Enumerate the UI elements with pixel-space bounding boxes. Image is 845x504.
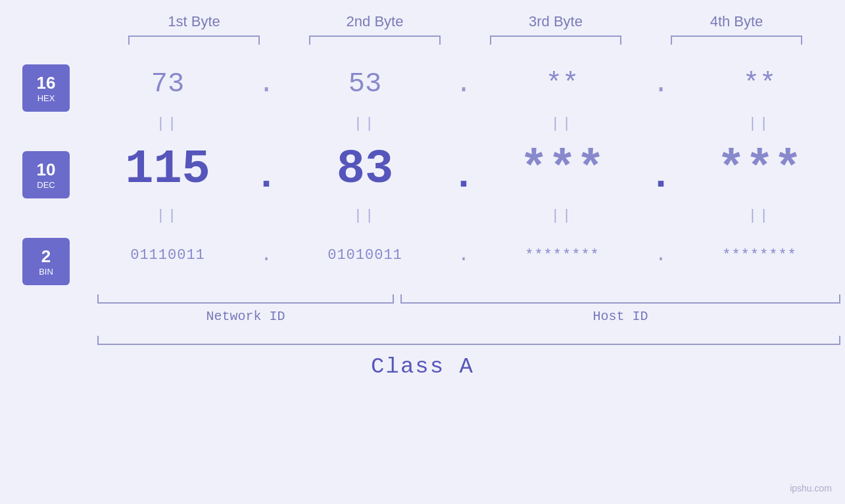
sep-row-1: || || || || [92, 110, 835, 137]
hex-dot-1: . [253, 68, 279, 100]
sep-1-byte3: || [496, 116, 628, 132]
bin-byte1: 01110011 [102, 247, 233, 263]
dec-dot-3: . [648, 143, 674, 196]
watermark: ipshu.com [790, 483, 832, 493]
hex-dot-3: . [648, 68, 674, 100]
bracket-1 [128, 35, 260, 45]
top-brackets [104, 35, 827, 45]
class-label: Class A [371, 354, 474, 379]
big-bottom-bracket [97, 336, 840, 345]
sep-2-byte3: || [496, 208, 628, 224]
hex-byte3: ** [496, 68, 628, 100]
network-bracket [97, 294, 395, 304]
labels-row: Network ID Host ID [97, 309, 840, 324]
sep-1-byte2: || [299, 116, 431, 132]
bin-badge: 2 BIN [22, 238, 70, 285]
hex-badge-label: HEX [37, 93, 55, 103]
grid-area: 16 HEX 10 DEC 2 BIN 73 . 53 . ** . ** [0, 58, 845, 292]
dec-byte2: 83 [299, 143, 431, 196]
bracket-3 [490, 35, 621, 45]
bracket-2 [309, 35, 441, 45]
dec-dot-1: . [253, 143, 279, 196]
hex-byte2: 53 [299, 68, 431, 100]
dec-byte3: *** [496, 143, 628, 196]
sep-2-byte4: || [694, 208, 825, 224]
col-header-2: 2nd Byte [309, 13, 441, 30]
sep-1-byte4: || [694, 116, 825, 132]
host-bracket [400, 294, 840, 304]
sep-1-byte1: || [102, 116, 233, 132]
dec-badge-label: DEC [37, 180, 55, 190]
dec-row: 115 . 83 . *** . *** [92, 137, 835, 202]
hex-badge: 16 HEX [22, 64, 70, 112]
main-container: 1st Byte 2nd Byte 3rd Byte 4th Byte 16 H… [0, 0, 845, 504]
hex-badge-number: 16 [37, 73, 56, 93]
dec-byte4: *** [694, 143, 825, 196]
dec-badge-number: 10 [37, 160, 56, 180]
col-header-1: 1st Byte [128, 13, 260, 30]
col-header-3: 3rd Byte [490, 13, 621, 30]
badges-column: 16 HEX 10 DEC 2 BIN [0, 58, 92, 292]
bin-row: 01110011 . 01010011 . ******** . *******… [92, 229, 835, 281]
bin-byte3: ******** [496, 247, 628, 263]
bin-dot-3: . [648, 244, 674, 266]
sep-row-2: || || || || [92, 202, 835, 229]
bin-byte2: 01010011 [299, 247, 431, 263]
bracket-4 [671, 35, 802, 45]
bin-byte4: ******** [694, 247, 825, 263]
col-header-4: 4th Byte [671, 13, 802, 30]
dec-byte1: 115 [102, 143, 233, 196]
host-id-label: Host ID [400, 309, 840, 324]
bin-dot-1: . [253, 244, 279, 266]
data-rows: 73 . 53 . ** . ** || || || || 115 [92, 58, 845, 292]
hex-row: 73 . 53 . ** . ** [92, 58, 835, 110]
dec-dot-2: . [450, 143, 477, 196]
bin-badge-number: 2 [41, 246, 51, 267]
hex-dot-2: . [450, 68, 477, 100]
bin-dot-2: . [450, 244, 477, 266]
hex-byte4: ** [694, 68, 825, 100]
sep-2-byte1: || [102, 208, 233, 224]
hex-byte1: 73 [102, 68, 233, 100]
network-id-label: Network ID [97, 309, 395, 324]
bottom-brackets [97, 294, 840, 304]
bin-badge-label: BIN [39, 267, 53, 277]
sep-2-byte2: || [299, 208, 431, 224]
dec-badge: 10 DEC [22, 151, 70, 198]
column-headers: 1st Byte 2nd Byte 3rd Byte 4th Byte [104, 13, 827, 30]
